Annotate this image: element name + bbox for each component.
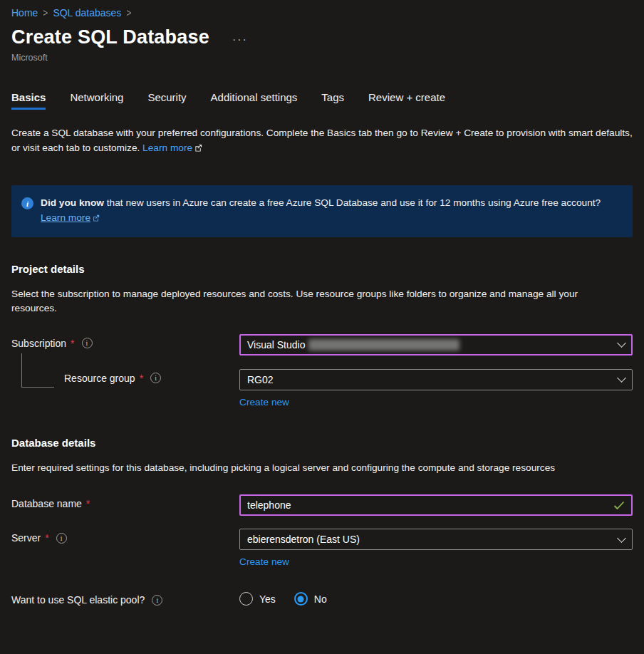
server-dropdown[interactable]: ebierensdetron (East US) xyxy=(239,529,633,550)
radio-label-no: No xyxy=(314,593,327,605)
required-marker: * xyxy=(140,373,143,384)
tab-networking[interactable]: Networking xyxy=(70,91,123,110)
tab-bar: Basics Networking Security Additional se… xyxy=(11,91,633,110)
database-details-description: Enter required settings for this databas… xyxy=(11,461,617,476)
create-sql-database-page: Home > SQL databases > Create SQL Databa… xyxy=(0,0,644,654)
chevron-down-icon xyxy=(618,538,625,541)
info-tooltip-icon[interactable] xyxy=(56,533,67,544)
database-name-label: Database name* xyxy=(11,494,239,509)
database-details-heading: Database details xyxy=(11,437,633,449)
chevron-down-icon xyxy=(618,343,625,346)
info-tooltip-icon[interactable] xyxy=(152,595,162,606)
header: Create SQL Database ··· xyxy=(11,26,633,48)
redacted-blur xyxy=(308,339,459,351)
intro-text: Create a SQL database with your preferre… xyxy=(11,125,633,156)
resource-group-dropdown[interactable]: RG02 xyxy=(239,369,633,390)
chevron-down-icon xyxy=(618,378,625,381)
elastic-pool-label-text: Want to use SQL elastic pool? xyxy=(11,594,145,606)
elastic-pool-radio-no[interactable]: No xyxy=(294,592,327,606)
banner-text: Did you know that new users in Azure can… xyxy=(41,196,621,226)
resource-group-field-row: Resource group* RG02 Create new xyxy=(11,369,633,408)
project-details-description: Select the subscription to manage deploy… xyxy=(11,287,617,316)
external-link-icon xyxy=(93,212,100,227)
info-icon: i xyxy=(21,197,33,209)
info-tooltip-icon[interactable] xyxy=(82,338,93,348)
required-marker: * xyxy=(71,338,74,349)
resource-group-create-new-link[interactable]: Create new xyxy=(239,397,289,408)
radio-label-yes: Yes xyxy=(259,593,276,605)
more-menu-icon[interactable]: ··· xyxy=(232,30,248,46)
server-create-new-link[interactable]: Create new xyxy=(239,556,289,567)
breadcrumb-sql-databases[interactable]: SQL databases xyxy=(53,7,121,19)
elastic-pool-radio-yes[interactable]: Yes xyxy=(239,592,276,606)
project-details-heading: Project details xyxy=(11,263,633,275)
tab-security[interactable]: Security xyxy=(147,91,186,110)
subscription-field-row: Subscription* Visual Studio xyxy=(11,334,633,355)
subscription-dropdown[interactable]: Visual Studio xyxy=(239,334,633,355)
breadcrumb-separator: > xyxy=(126,6,131,19)
subscription-label-text: Subscription xyxy=(11,338,66,349)
resource-group-label-text: Resource group xyxy=(64,373,135,384)
tab-tags[interactable]: Tags xyxy=(321,91,344,110)
tab-review-create[interactable]: Review + create xyxy=(368,91,445,110)
resource-group-value: RG02 xyxy=(247,374,274,385)
banner-body: that new users in Azure can create a fre… xyxy=(104,197,601,208)
banner-lead: Did you know xyxy=(41,197,104,208)
server-field-row: Server* ebierensdetron (East US) Create … xyxy=(11,529,633,568)
page-title: Create SQL Database xyxy=(11,26,209,48)
required-marker: * xyxy=(86,498,90,509)
subscription-value: Visual Studio xyxy=(247,339,305,351)
banner-learn-more-link[interactable]: Learn more xyxy=(41,212,90,223)
info-banner: i Did you know that new users in Azure c… xyxy=(11,185,633,237)
intro-learn-more-link[interactable]: Learn more xyxy=(142,142,192,153)
valid-check-icon xyxy=(613,501,625,510)
database-name-field-row: Database name* xyxy=(11,494,633,516)
elastic-pool-field-row: Want to use SQL elastic pool? Yes No xyxy=(11,591,633,606)
radio-icon xyxy=(239,592,253,606)
breadcrumb-home[interactable]: Home xyxy=(11,7,38,19)
subscription-label: Subscription* xyxy=(11,334,239,349)
server-label: Server* xyxy=(11,529,239,544)
database-name-input-wrap xyxy=(239,494,633,516)
breadcrumb-separator: > xyxy=(43,6,48,19)
server-value: ebierensdetron (East US) xyxy=(247,534,360,545)
radio-icon-selected xyxy=(294,592,308,606)
elastic-pool-label: Want to use SQL elastic pool? xyxy=(11,591,239,606)
tab-additional-settings[interactable]: Additional settings xyxy=(211,91,298,110)
server-label-text: Server xyxy=(11,532,41,544)
tab-basics[interactable]: Basics xyxy=(11,91,46,110)
database-name-input[interactable] xyxy=(247,496,613,514)
database-name-label-text: Database name xyxy=(11,498,82,509)
nesting-connector-line xyxy=(21,353,54,388)
required-marker: * xyxy=(45,532,48,544)
breadcrumb: Home > SQL databases > xyxy=(11,7,633,19)
elastic-pool-radio-group: Yes No xyxy=(239,591,633,606)
intro-text-body: Create a SQL database with your preferre… xyxy=(11,128,633,153)
external-link-icon xyxy=(194,141,202,156)
info-tooltip-icon[interactable] xyxy=(150,373,161,383)
publisher-label: Microsoft xyxy=(11,53,633,63)
